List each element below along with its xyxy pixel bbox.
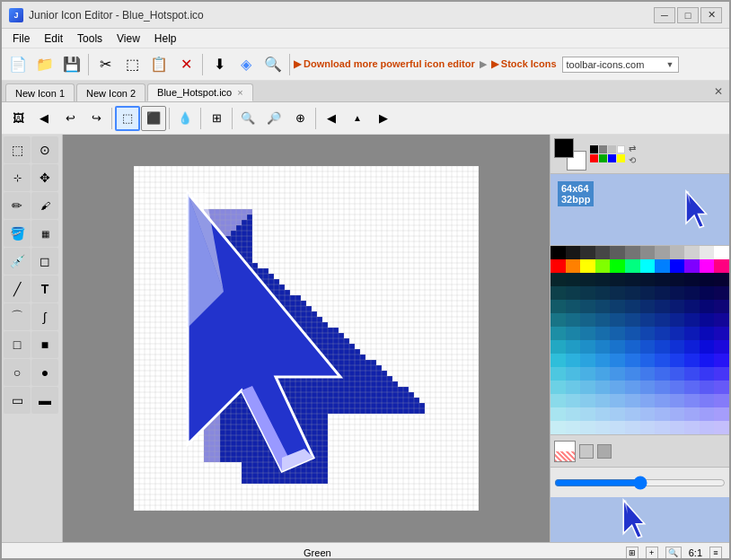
palette-color-88[interactable] bbox=[610, 340, 625, 354]
tab-new-icon-1[interactable]: New Icon 1 bbox=[5, 83, 75, 101]
palette-color-106[interactable] bbox=[700, 354, 715, 367]
palette-color-59[interactable] bbox=[714, 300, 729, 313]
palette-color-96[interactable] bbox=[550, 354, 566, 367]
palette-color-101[interactable] bbox=[625, 354, 640, 367]
rounded-rect-fill-tool[interactable]: ▬ bbox=[31, 387, 58, 414]
tab-blue-hotspot[interactable]: Blue_Hotspot.ico × bbox=[147, 83, 253, 101]
palette-color-35[interactable] bbox=[714, 273, 729, 286]
rounded-rect-outline-tool[interactable]: ▭ bbox=[4, 387, 31, 414]
palette-color-54[interactable] bbox=[640, 300, 656, 313]
palette-color-97[interactable] bbox=[566, 354, 581, 367]
palette-color-125[interactable] bbox=[625, 381, 640, 394]
fit-window-button[interactable]: ⬛ bbox=[141, 106, 166, 131]
palette-color-67[interactable] bbox=[655, 313, 670, 327]
palette-color-121[interactable] bbox=[566, 381, 581, 394]
palette-color-4[interactable] bbox=[610, 246, 625, 259]
palette-color-82[interactable] bbox=[700, 327, 715, 340]
palette-color-138[interactable] bbox=[640, 394, 656, 407]
swap-colors-icon[interactable]: ⇄ bbox=[629, 144, 636, 153]
palette-color-115[interactable] bbox=[655, 367, 670, 381]
palette-color-9[interactable] bbox=[684, 246, 700, 259]
palette-color-100[interactable] bbox=[610, 354, 625, 367]
palette-color-155[interactable] bbox=[714, 407, 729, 421]
undo-button[interactable]: ↩ bbox=[57, 106, 83, 131]
palette-color-27[interactable] bbox=[595, 273, 611, 286]
palette-color-2[interactable] bbox=[580, 246, 595, 259]
import-button[interactable]: ◈ bbox=[233, 52, 259, 77]
palette-color-16[interactable] bbox=[610, 259, 625, 273]
delete-button[interactable]: ✕ bbox=[173, 52, 198, 77]
paste-button[interactable]: 📋 bbox=[146, 52, 172, 77]
palette-color-83[interactable] bbox=[714, 327, 729, 340]
palette-color-133[interactable] bbox=[566, 394, 581, 407]
special-color-yellow[interactable] bbox=[617, 154, 625, 162]
palette-color-43[interactable] bbox=[655, 286, 670, 300]
minimize-button[interactable]: ─ bbox=[654, 7, 675, 23]
up-btn[interactable]: ▲ bbox=[345, 106, 370, 131]
palette-color-70[interactable] bbox=[700, 313, 715, 327]
palette-color-45[interactable] bbox=[684, 286, 700, 300]
save-button[interactable]: 💾 bbox=[59, 52, 84, 77]
palette-color-128[interactable] bbox=[670, 381, 685, 394]
palette-color-32[interactable] bbox=[670, 273, 685, 286]
url-dropdown[interactable]: toolbar-icons.com ▼ bbox=[562, 57, 679, 73]
palette-color-95[interactable] bbox=[714, 340, 729, 354]
palette-color-52[interactable] bbox=[610, 300, 625, 313]
palette-color-66[interactable] bbox=[640, 313, 656, 327]
palette-color-63[interactable] bbox=[595, 313, 611, 327]
palette-color-76[interactable] bbox=[610, 327, 625, 340]
palette-color-141[interactable] bbox=[684, 394, 700, 407]
palette-color-132[interactable] bbox=[550, 394, 566, 407]
palette-color-112[interactable] bbox=[610, 367, 625, 381]
palette-color-89[interactable] bbox=[625, 340, 640, 354]
palette-color-36[interactable] bbox=[550, 286, 566, 300]
menu-file[interactable]: File bbox=[5, 31, 37, 47]
palette-color-18[interactable] bbox=[640, 259, 656, 273]
brush-tool[interactable]: 🖌 bbox=[31, 192, 58, 219]
palette-color-117[interactable] bbox=[684, 367, 700, 381]
palette-color-57[interactable] bbox=[684, 300, 700, 313]
palette-color-90[interactable] bbox=[640, 340, 656, 354]
palette-color-68[interactable] bbox=[670, 313, 685, 327]
paint-bucket-tool[interactable]: 🪣 bbox=[4, 220, 31, 247]
palette-color-151[interactable] bbox=[655, 407, 670, 421]
palette-color-37[interactable] bbox=[566, 286, 581, 300]
palette-color-56[interactable] bbox=[670, 300, 685, 313]
palette-color-157[interactable] bbox=[566, 421, 581, 434]
palette-color-93[interactable] bbox=[684, 340, 700, 354]
special-color-blue[interactable] bbox=[608, 154, 616, 162]
palette-color-5[interactable] bbox=[625, 246, 640, 259]
palette-color-161[interactable] bbox=[625, 421, 640, 434]
fg-bg-color-selector[interactable] bbox=[554, 138, 586, 171]
palette-color-74[interactable] bbox=[580, 327, 595, 340]
palette-color-146[interactable] bbox=[580, 407, 595, 421]
special-color-green[interactable] bbox=[599, 154, 607, 162]
palette-color-8[interactable] bbox=[670, 246, 685, 259]
palette-color-114[interactable] bbox=[640, 367, 656, 381]
palette-color-25[interactable] bbox=[566, 273, 581, 286]
palette-color-23[interactable] bbox=[714, 259, 729, 273]
palette-color-20[interactable] bbox=[670, 259, 685, 273]
palette-color-58[interactable] bbox=[700, 300, 715, 313]
close-button[interactable]: ✕ bbox=[700, 7, 722, 23]
gradient-tool[interactable]: ▦ bbox=[31, 220, 58, 247]
palette-color-81[interactable] bbox=[684, 327, 700, 340]
line-tool[interactable]: ╱ bbox=[4, 276, 31, 302]
palette-color-78[interactable] bbox=[640, 327, 656, 340]
palette-color-84[interactable] bbox=[550, 340, 566, 354]
palette-color-160[interactable] bbox=[610, 421, 625, 434]
palette-color-145[interactable] bbox=[566, 407, 581, 421]
palette-color-147[interactable] bbox=[595, 407, 611, 421]
palette-color-1[interactable] bbox=[566, 246, 581, 259]
eraser-tool[interactable]: ◻ bbox=[31, 248, 58, 275]
palette-color-137[interactable] bbox=[625, 394, 640, 407]
palette-color-77[interactable] bbox=[625, 327, 640, 340]
palette-color-39[interactable] bbox=[595, 286, 611, 300]
magic-wand-tool[interactable]: ⊹ bbox=[4, 164, 31, 191]
palette-color-124[interactable] bbox=[610, 381, 625, 394]
palette-color-118[interactable] bbox=[700, 367, 715, 381]
palette-color-71[interactable] bbox=[714, 313, 729, 327]
palette-color-13[interactable] bbox=[566, 259, 581, 273]
fit-status-icon[interactable]: ⊞ bbox=[626, 547, 639, 559]
tab-new-icon-2[interactable]: New Icon 2 bbox=[76, 83, 145, 101]
